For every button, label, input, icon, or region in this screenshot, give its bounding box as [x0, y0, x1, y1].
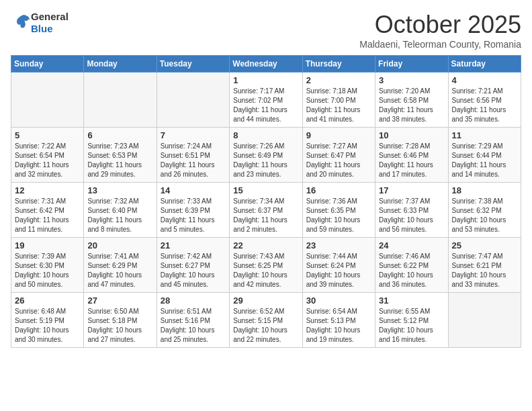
- calendar-table: SundayMondayTuesdayWednesdayThursdayFrid…: [11, 55, 521, 348]
- day-info: Sunrise: 7:42 AM Sunset: 6:27 PM Dayligh…: [161, 252, 226, 289]
- day-info: Sunrise: 7:32 AM Sunset: 6:40 PM Dayligh…: [87, 197, 152, 234]
- day-info: Sunrise: 7:24 AM Sunset: 6:51 PM Dayligh…: [161, 142, 226, 179]
- day-number: 20: [87, 240, 152, 250]
- day-info: Sunrise: 7:46 AM Sunset: 6:22 PM Dayligh…: [379, 252, 444, 289]
- day-info: Sunrise: 7:41 AM Sunset: 6:29 PM Dayligh…: [87, 252, 152, 289]
- day-info: Sunrise: 6:52 AM Sunset: 5:15 PM Dayligh…: [233, 307, 298, 345]
- calendar-day-cell: 13Sunrise: 7:32 AM Sunset: 6:40 PM Dayli…: [84, 183, 157, 238]
- day-info: Sunrise: 6:54 AM Sunset: 5:13 PM Dayligh…: [306, 307, 371, 345]
- calendar-day-cell: 17Sunrise: 7:37 AM Sunset: 6:33 PM Dayli…: [375, 183, 448, 238]
- calendar-day-cell: 14Sunrise: 7:33 AM Sunset: 6:39 PM Dayli…: [157, 183, 229, 238]
- day-number: 12: [15, 185, 80, 195]
- day-number: 7: [161, 130, 226, 140]
- day-info: Sunrise: 7:37 AM Sunset: 6:33 PM Dayligh…: [379, 197, 444, 234]
- day-number: 16: [306, 185, 371, 195]
- day-number: 24: [379, 240, 444, 250]
- day-number: 11: [452, 130, 517, 140]
- location-subtitle: Maldaeni, Teleorman County, Romania: [359, 39, 521, 50]
- calendar-day-cell: 11Sunrise: 7:29 AM Sunset: 6:44 PM Dayli…: [448, 128, 521, 183]
- calendar-day-header: Tuesday: [157, 56, 229, 73]
- calendar-day-cell: [84, 73, 157, 128]
- calendar-day-cell: 2Sunrise: 7:18 AM Sunset: 7:00 PM Daylig…: [302, 73, 375, 128]
- calendar-day-cell: [448, 293, 521, 348]
- day-number: 27: [87, 295, 152, 306]
- month-title: October 2025: [359, 11, 521, 39]
- calendar-day-cell: 21Sunrise: 7:42 AM Sunset: 6:27 PM Dayli…: [157, 238, 229, 293]
- calendar-day-cell: 27Sunrise: 6:50 AM Sunset: 5:18 PM Dayli…: [84, 293, 157, 348]
- day-info: Sunrise: 6:51 AM Sunset: 5:16 PM Dayligh…: [161, 307, 226, 345]
- calendar-day-cell: 25Sunrise: 7:47 AM Sunset: 6:21 PM Dayli…: [448, 238, 521, 293]
- day-info: Sunrise: 7:22 AM Sunset: 6:54 PM Dayligh…: [15, 142, 80, 179]
- day-info: Sunrise: 7:36 AM Sunset: 6:35 PM Dayligh…: [306, 197, 371, 234]
- calendar-day-header: Thursday: [302, 56, 375, 73]
- day-number: 14: [161, 185, 226, 195]
- day-number: 3: [379, 75, 444, 85]
- calendar-day-header: Sunday: [11, 56, 84, 73]
- day-info: Sunrise: 7:18 AM Sunset: 7:00 PM Dayligh…: [306, 87, 371, 124]
- calendar-day-cell: 12Sunrise: 7:31 AM Sunset: 6:42 PM Dayli…: [11, 183, 84, 238]
- calendar-day-cell: 5Sunrise: 7:22 AM Sunset: 6:54 PM Daylig…: [11, 128, 84, 183]
- day-number: 22: [233, 240, 298, 250]
- day-info: Sunrise: 7:31 AM Sunset: 6:42 PM Dayligh…: [15, 197, 80, 234]
- day-info: Sunrise: 7:23 AM Sunset: 6:53 PM Dayligh…: [87, 142, 152, 179]
- day-number: 9: [306, 130, 371, 140]
- day-number: 17: [379, 185, 444, 195]
- day-number: 29: [233, 295, 298, 306]
- day-number: 2: [306, 75, 371, 85]
- calendar-day-cell: 9Sunrise: 7:27 AM Sunset: 6:47 PM Daylig…: [302, 128, 375, 183]
- day-info: Sunrise: 7:27 AM Sunset: 6:47 PM Dayligh…: [306, 142, 371, 179]
- calendar-day-cell: 4Sunrise: 7:21 AM Sunset: 6:56 PM Daylig…: [448, 73, 521, 128]
- day-number: 8: [233, 130, 298, 140]
- calendar-day-cell: 23Sunrise: 7:44 AM Sunset: 6:24 PM Dayli…: [302, 238, 375, 293]
- calendar-day-header: Saturday: [448, 56, 521, 73]
- day-number: 13: [87, 185, 152, 195]
- calendar-day-cell: 16Sunrise: 7:36 AM Sunset: 6:35 PM Dayli…: [302, 183, 375, 238]
- day-info: Sunrise: 7:33 AM Sunset: 6:39 PM Dayligh…: [161, 197, 226, 234]
- calendar-week-row: 19Sunrise: 7:39 AM Sunset: 6:30 PM Dayli…: [11, 238, 521, 293]
- day-info: Sunrise: 7:44 AM Sunset: 6:24 PM Dayligh…: [306, 252, 371, 289]
- day-info: Sunrise: 7:29 AM Sunset: 6:44 PM Dayligh…: [452, 142, 517, 179]
- calendar-day-header: Monday: [84, 56, 157, 73]
- calendar-day-cell: 3Sunrise: 7:20 AM Sunset: 6:58 PM Daylig…: [375, 73, 448, 128]
- day-number: 4: [452, 75, 517, 85]
- day-number: 30: [306, 295, 371, 306]
- day-info: Sunrise: 7:28 AM Sunset: 6:46 PM Dayligh…: [379, 142, 444, 179]
- calendar-day-cell: [11, 73, 84, 128]
- calendar-day-cell: 29Sunrise: 6:52 AM Sunset: 5:15 PM Dayli…: [230, 293, 302, 348]
- day-info: Sunrise: 7:17 AM Sunset: 7:02 PM Dayligh…: [233, 87, 298, 124]
- day-number: 25: [452, 240, 517, 250]
- calendar-day-cell: 18Sunrise: 7:38 AM Sunset: 6:32 PM Dayli…: [448, 183, 521, 238]
- calendar-day-cell: 8Sunrise: 7:26 AM Sunset: 6:49 PM Daylig…: [230, 128, 302, 183]
- day-number: 6: [87, 130, 152, 140]
- calendar-day-cell: 15Sunrise: 7:34 AM Sunset: 6:37 PM Dayli…: [230, 183, 302, 238]
- calendar-day-cell: 22Sunrise: 7:43 AM Sunset: 6:25 PM Dayli…: [230, 238, 302, 293]
- day-number: 19: [15, 240, 80, 250]
- day-info: Sunrise: 7:34 AM Sunset: 6:37 PM Dayligh…: [233, 197, 298, 234]
- logo-general-text: General: [31, 11, 69, 23]
- logo-bird-icon: [12, 12, 31, 31]
- calendar-week-row: 1Sunrise: 7:17 AM Sunset: 7:02 PM Daylig…: [11, 73, 521, 128]
- day-number: 5: [15, 130, 80, 140]
- day-number: 31: [379, 295, 444, 306]
- day-info: Sunrise: 7:20 AM Sunset: 6:58 PM Dayligh…: [379, 87, 444, 124]
- day-info: Sunrise: 6:55 AM Sunset: 5:12 PM Dayligh…: [379, 307, 444, 345]
- day-number: 26: [15, 295, 80, 306]
- day-info: Sunrise: 6:50 AM Sunset: 5:18 PM Dayligh…: [87, 307, 152, 345]
- calendar-day-cell: 6Sunrise: 7:23 AM Sunset: 6:53 PM Daylig…: [84, 128, 157, 183]
- day-info: Sunrise: 7:38 AM Sunset: 6:32 PM Dayligh…: [452, 197, 517, 234]
- day-number: 21: [161, 240, 226, 250]
- calendar-day-cell: 7Sunrise: 7:24 AM Sunset: 6:51 PM Daylig…: [157, 128, 229, 183]
- day-number: 10: [379, 130, 444, 140]
- day-number: 23: [306, 240, 371, 250]
- day-number: 1: [233, 75, 298, 85]
- calendar-day-cell: 26Sunrise: 6:48 AM Sunset: 5:19 PM Dayli…: [11, 293, 84, 348]
- day-info: Sunrise: 6:48 AM Sunset: 5:19 PM Dayligh…: [15, 307, 80, 345]
- calendar-day-cell: 19Sunrise: 7:39 AM Sunset: 6:30 PM Dayli…: [11, 238, 84, 293]
- day-number: 28: [161, 295, 226, 306]
- day-info: Sunrise: 7:26 AM Sunset: 6:49 PM Dayligh…: [233, 142, 298, 179]
- page-header: General Blue October 2025 Maldaeni, Tele…: [11, 11, 521, 50]
- day-number: 18: [452, 185, 517, 195]
- calendar-day-cell: 28Sunrise: 6:51 AM Sunset: 5:16 PM Dayli…: [157, 293, 229, 348]
- calendar-week-row: 12Sunrise: 7:31 AM Sunset: 6:42 PM Dayli…: [11, 183, 521, 238]
- calendar-day-cell: 31Sunrise: 6:55 AM Sunset: 5:12 PM Dayli…: [375, 293, 448, 348]
